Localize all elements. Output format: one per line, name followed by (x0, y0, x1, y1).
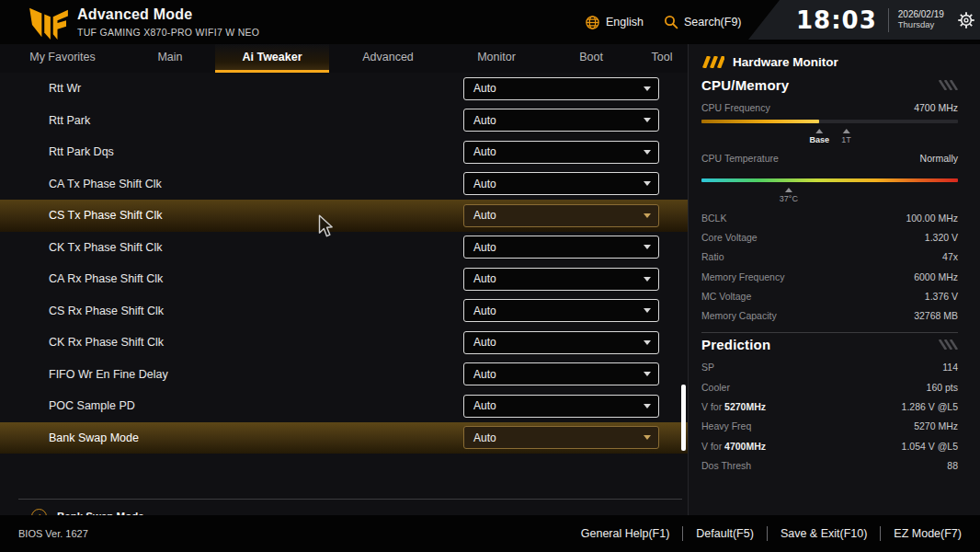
temperature-markers: 37°C (701, 182, 958, 206)
mouse-cursor (316, 214, 335, 238)
setting-label: CA Rx Phase Shift Clk (49, 272, 163, 285)
page-title: Advanced Mode (77, 6, 259, 23)
setting-label: CA Tx Phase Shift Clk (49, 178, 162, 190)
frequency-markers: Base 1T (701, 123, 958, 147)
stat-row: Dos Thresh 88 (701, 455, 958, 475)
setting-dropdown[interactable]: Auto (463, 109, 659, 132)
1t-marker: 1T (841, 129, 851, 144)
default-button[interactable]: Default(F5) (696, 527, 754, 540)
dropdown-value: Auto (473, 305, 496, 317)
setting-row[interactable]: CK Rx Phase Shift Clk Auto (0, 327, 688, 359)
setting-dropdown[interactable]: Auto (463, 426, 659, 449)
stat-label-prefix: V for (701, 401, 724, 412)
setting-label: Rtt Wr (49, 82, 81, 95)
cpu-memory-stats: BCLK 100.00 MHz Core Voltage 1.320 V Rat… (701, 208, 958, 326)
setting-label: POC Sample PD (49, 399, 135, 412)
stat-label: Ratio (701, 251, 724, 262)
stat-label: SP (701, 362, 714, 373)
setting-row[interactable]: FIFO Wr En Fine Delay Auto (0, 359, 688, 391)
hardware-monitor-panel: Hardware Monitor CPU/Memory CPU Frequenc… (688, 44, 980, 515)
stat-label: V for 4700MHz (701, 441, 766, 452)
setting-dropdown[interactable]: Auto (463, 141, 659, 164)
setting-row-selected[interactable]: CS Tx Phase Shift Clk Auto (0, 200, 688, 232)
setting-row[interactable]: CA Tx Phase Shift Clk Auto (0, 168, 688, 201)
tab-monitor[interactable]: Monitor (447, 44, 546, 73)
stat-row: V for 4700MHz 1.054 V @L5 (701, 436, 958, 455)
stat-value: 160 pts (927, 382, 958, 393)
setting-dropdown[interactable]: Auto (463, 362, 659, 385)
hazard-stripes-icon (701, 56, 724, 68)
tuf-logo-icon (28, 6, 70, 40)
stat-value: 1.320 V (925, 232, 958, 243)
setting-row[interactable]: CS Rx Phase Shift Clk Auto (0, 295, 688, 328)
tab-advanced[interactable]: Advanced (329, 44, 447, 73)
setting-dropdown[interactable]: Auto (463, 236, 659, 259)
setting-dropdown[interactable]: Auto (463, 395, 659, 418)
marker-triangle-icon (843, 129, 850, 133)
section-stripes-icon (938, 339, 958, 350)
stat-row: Core Voltage 1.320 V (701, 227, 958, 247)
stat-value: 1.054 V @L5 (902, 441, 958, 452)
chevron-down-icon (644, 181, 651, 186)
stat-value: 88 (947, 460, 958, 471)
cpu-temperature-label: CPU Temperature (701, 153, 779, 164)
stat-label: BCLK (701, 213, 726, 224)
setting-dropdown[interactable]: Auto (463, 299, 659, 322)
hardware-monitor-title: Hardware Monitor (733, 55, 838, 69)
setting-dropdown[interactable]: Auto (463, 77, 659, 100)
stat-row: Heavy Freq 5270 MHz (701, 417, 958, 436)
scrollbar-thumb[interactable] (681, 385, 686, 451)
dropdown-value: Auto (473, 209, 496, 222)
stat-label: V for 5270MHz (701, 401, 766, 412)
setting-row[interactable]: POC Sample PD Auto (0, 390, 688, 422)
divider (18, 499, 682, 500)
setting-label: CK Rx Phase Shift Clk (49, 336, 164, 349)
search-button[interactable]: Search(F9) (664, 0, 742, 44)
general-help-button[interactable]: General Help(F1) (581, 527, 670, 540)
save-exit-button[interactable]: Save & Exit(F10) (781, 527, 867, 540)
section-stripes-icon (938, 80, 958, 90)
ez-mode-button[interactable]: EZ Mode(F7) (894, 527, 962, 540)
stat-row: V for 5270MHz 1.286 V @L5 (701, 397, 958, 416)
chevron-down-icon (644, 340, 651, 345)
stat-label-prefix: V for (701, 441, 724, 452)
dropdown-value: Auto (473, 145, 496, 158)
settings-button[interactable] (957, 11, 975, 29)
setting-row[interactable]: Rtt Wr Auto (0, 73, 688, 105)
setting-label: Rtt Park Dqs (49, 145, 114, 158)
dropdown-value: Auto (473, 178, 496, 190)
setting-row[interactable]: Rtt Park Auto (0, 105, 688, 137)
tab-main[interactable]: Main (125, 44, 215, 73)
setting-row[interactable]: CK Tx Phase Shift Clk Auto (0, 232, 688, 264)
chevron-down-icon (644, 308, 651, 313)
setting-row-hovered[interactable]: Bank Swap Mode Auto (0, 422, 688, 454)
chevron-down-icon (644, 245, 651, 249)
setting-dropdown[interactable]: Auto (463, 204, 659, 227)
base-marker: Base (810, 129, 830, 144)
tab-my-favorites[interactable]: My Favorites (0, 44, 125, 73)
setting-dropdown[interactable]: Auto (463, 172, 659, 195)
marker-label: 1T (841, 135, 851, 144)
tab-boot[interactable]: Boot (546, 44, 636, 73)
setting-dropdown[interactable]: Auto (463, 331, 659, 354)
bios-screen: Advanced Mode TUF GAMING X870-PRO WIFI7 … (0, 0, 980, 552)
setting-row[interactable]: Rtt Park Dqs Auto (0, 136, 688, 168)
search-icon (664, 15, 678, 29)
main-panel: My Favorites Main Ai Tweaker Advanced Mo… (0, 44, 688, 515)
language-button[interactable]: English (585, 0, 644, 44)
tab-ai-tweaker[interactable]: Ai Tweaker (215, 44, 329, 73)
footer-bar: BIOS Ver. 1627 General Help(F1) Default(… (0, 515, 980, 552)
dropdown-value: Auto (473, 431, 496, 444)
marker-triangle-icon (815, 129, 823, 133)
stat-value: 100.00 MHz (906, 213, 958, 224)
stat-row: BCLK 100.00 MHz (701, 208, 958, 227)
footer-links: General Help(F1) Default(F5) Save & Exit… (581, 526, 962, 541)
dropdown-value: Auto (473, 399, 496, 412)
tab-tool[interactable]: Tool (636, 44, 688, 73)
stat-value: 114 (942, 362, 958, 373)
setting-dropdown[interactable]: Auto (463, 268, 659, 291)
chevron-down-icon (644, 86, 651, 91)
stat-label-bold: 5270MHz (724, 401, 766, 412)
stat-label: Dos Thresh (701, 460, 751, 471)
setting-row[interactable]: CA Rx Phase Shift Clk Auto (0, 263, 688, 295)
